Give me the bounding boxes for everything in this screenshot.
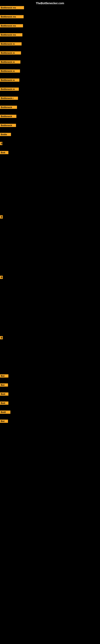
bottleneck-badge[interactable]: Bottleneck	[0, 124, 16, 127]
bottleneck-badge[interactable]: Bot	[0, 374, 8, 378]
bottleneck-badge[interactable]: Bottleneck res	[0, 33, 22, 36]
bottleneck-badge[interactable]: Bottleneck r	[0, 96, 18, 100]
bottleneck-badge[interactable]: B	[0, 276, 3, 279]
bottleneck-badge[interactable]: Bott	[0, 151, 8, 154]
bottleneck-badge[interactable]: B	[0, 336, 3, 339]
bottleneck-badge[interactable]: Bottleneck res	[0, 6, 24, 9]
bottleneck-badge[interactable]: Bottleneck re	[0, 60, 20, 64]
bottleneck-badge[interactable]: Bot	[0, 384, 8, 386]
site-title: TheBottlenecker.com	[36, 2, 64, 5]
bottleneck-badge[interactable]: Bott	[0, 402, 8, 405]
bottleneck-badge[interactable]: Bottleneck	[0, 106, 17, 109]
bottleneck-badge[interactable]: Bottl	[0, 410, 10, 414]
bottleneck-badge[interactable]: Bottleneck re	[0, 42, 22, 46]
bottleneck-badge[interactable]: B	[0, 215, 3, 218]
bottleneck-badge[interactable]: Bottleneck re	[0, 78, 19, 82]
bottleneck-badge[interactable]: Bottle	[0, 133, 11, 136]
bottleneck-badge[interactable]: Bottleneck re	[0, 51, 21, 54]
bottleneck-badge[interactable]: Bottleneck	[0, 115, 16, 118]
bottleneck-badge[interactable]: Bottleneck res	[0, 24, 23, 27]
bottleneck-badge[interactable]: Bottleneck res	[0, 15, 24, 18]
bottleneck-badge[interactable]: Bottleneck re	[0, 70, 20, 73]
bottleneck-badge[interactable]: Bott	[0, 392, 8, 396]
bottleneck-badge[interactable]: Bot	[0, 420, 8, 423]
bottleneck-badge[interactable]: Bottleneck re	[0, 88, 19, 91]
bottleneck-badge[interactable]: B	[0, 142, 2, 145]
